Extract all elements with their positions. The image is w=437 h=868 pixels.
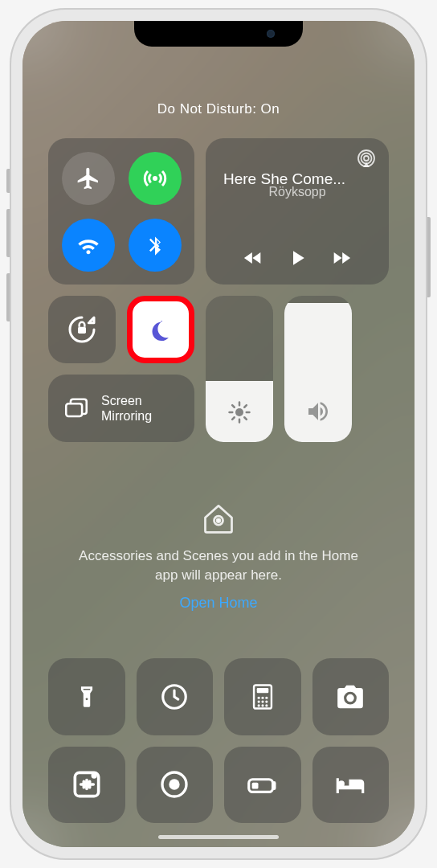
low-power-button[interactable] (224, 747, 301, 824)
calculator-icon (251, 683, 275, 710)
media-module[interactable]: Here She Come... Röyksopp (206, 138, 389, 285)
side-button-right (427, 217, 431, 297)
record-icon (158, 768, 190, 800)
rotation-lock-icon (66, 313, 98, 346)
status-text: Do Not Disturb: On (48, 101, 389, 117)
connectivity-module[interactable] (48, 138, 194, 285)
bluetooth-button[interactable] (129, 219, 182, 272)
open-home-link[interactable]: Open Home (179, 595, 257, 612)
rewind-icon (242, 247, 264, 269)
moon-icon (146, 315, 175, 344)
screen-mirror-label: Screen Mirroring (101, 393, 152, 424)
play-icon (285, 246, 309, 270)
svg-point-16 (261, 700, 263, 702)
side-buttons-left (6, 169, 10, 338)
bluetooth-icon (144, 234, 166, 256)
svg-point-14 (265, 696, 268, 698)
flashlight-icon (73, 683, 100, 710)
screen-record-button[interactable] (137, 747, 214, 824)
svg-point-19 (261, 704, 263, 706)
forward-icon (330, 247, 353, 269)
airplane-icon (76, 166, 101, 191)
wifi-icon (75, 231, 102, 259)
calculator-button[interactable] (224, 658, 301, 735)
brightness-icon (227, 400, 251, 424)
brightness-slider[interactable] (206, 296, 273, 442)
svg-point-22 (91, 773, 96, 779)
bed-icon (333, 767, 368, 802)
front-camera (267, 30, 275, 38)
svg-point-2 (361, 154, 372, 164)
play-button[interactable] (285, 246, 309, 270)
svg-point-24 (169, 780, 180, 790)
timer-button[interactable] (137, 658, 214, 735)
svg-rect-11 (256, 688, 268, 693)
svg-point-0 (153, 176, 157, 181)
battery-icon (245, 767, 280, 802)
wifi-button[interactable] (62, 219, 115, 272)
svg-point-8 (217, 519, 220, 522)
svg-point-1 (364, 156, 369, 161)
do-not-disturb-button[interactable] (127, 296, 194, 363)
camera-button[interactable] (312, 658, 390, 735)
voice-memo-icon (69, 767, 104, 802)
voice-memo-button[interactable] (48, 747, 125, 824)
timer-icon (159, 682, 190, 712)
svg-point-20 (265, 704, 268, 706)
airplay-icon[interactable] (357, 149, 376, 169)
cellular-icon (141, 164, 169, 193)
svg-point-17 (265, 700, 268, 702)
home-empty-text: Accessories and Scenes you add in the Ho… (72, 547, 365, 585)
screen-mirror-icon (63, 395, 90, 422)
svg-point-18 (257, 704, 259, 706)
svg-rect-4 (78, 327, 86, 334)
volume-icon (305, 399, 331, 424)
screen-mirroring-button[interactable]: Screen Mirroring (48, 375, 194, 442)
svg-rect-26 (251, 783, 258, 789)
flashlight-button[interactable] (48, 658, 125, 735)
svg-point-12 (257, 696, 259, 698)
rotation-lock-button[interactable] (48, 296, 116, 363)
volume-slider[interactable] (284, 296, 352, 442)
notch (134, 21, 303, 47)
svg-point-13 (261, 696, 263, 698)
svg-point-6 (235, 408, 243, 416)
bottom-grid (48, 658, 389, 823)
screen: Do Not Disturb: On (22, 21, 415, 847)
camera-icon (335, 682, 366, 712)
forward-button[interactable] (330, 247, 353, 269)
home-section: Accessories and Scenes you add in the Ho… (48, 453, 389, 658)
sleep-button[interactable] (312, 747, 390, 824)
svg-point-15 (257, 700, 259, 702)
home-icon (201, 500, 236, 535)
svg-rect-5 (66, 403, 82, 416)
cellular-data-button[interactable] (129, 152, 182, 205)
phone-frame: Do Not Disturb: On (10, 8, 427, 860)
rewind-button[interactable] (242, 247, 264, 269)
airplane-mode-button[interactable] (62, 152, 115, 205)
